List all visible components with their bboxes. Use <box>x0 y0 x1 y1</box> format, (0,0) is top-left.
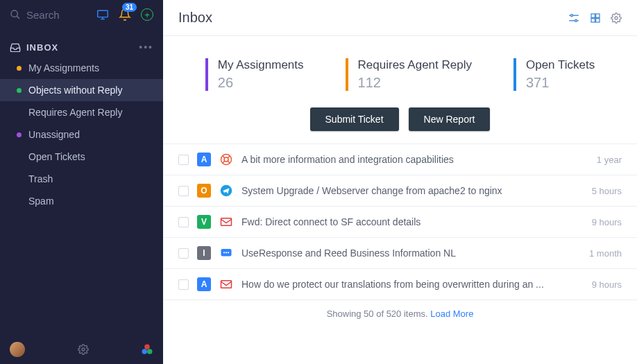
load-more-link[interactable]: Load More <box>430 309 473 319</box>
svg-point-29 <box>228 252 229 253</box>
ticket-time: 9 hours <box>592 217 622 227</box>
section-title: INBOX <box>26 42 58 53</box>
top-icons: 31 + <box>96 8 153 21</box>
notification-bell[interactable]: 31 <box>119 8 131 21</box>
stat-value: 112 <box>358 75 472 91</box>
add-button[interactable]: + <box>141 8 153 21</box>
avatar[interactable] <box>10 342 25 357</box>
svg-point-8 <box>147 349 153 354</box>
ticket-tag: V <box>197 215 211 229</box>
stat-value: 26 <box>218 75 304 91</box>
sidebar-item[interactable]: Spam <box>0 190 163 212</box>
search-icon <box>10 9 21 20</box>
sidebar-item[interactable]: Trash <box>0 168 163 190</box>
sidebar-top: 31 + <box>0 0 163 29</box>
sidebar-item-label: Open Tickets <box>28 151 85 162</box>
svg-rect-16 <box>596 18 600 21</box>
ticket-subject: UseResponse and Reed Business Informatio… <box>241 248 581 259</box>
lifebuoy-icon <box>219 153 233 166</box>
grid-icon[interactable] <box>590 12 601 24</box>
sidebar-item-label: Unassigned <box>28 129 80 140</box>
svg-point-27 <box>223 252 225 253</box>
sidebar: 31 + INBOX ••• My AssignmentsObjects wit… <box>0 0 163 364</box>
ticket-row[interactable]: A How do we protect our translations fro… <box>163 269 637 300</box>
ticket-subject: A bit more information and integration c… <box>241 154 588 165</box>
inbox-icon <box>10 42 21 52</box>
svg-line-20 <box>223 156 225 158</box>
bullet-icon <box>17 155 22 159</box>
svg-line-22 <box>228 156 230 158</box>
svg-point-6 <box>144 345 150 350</box>
sidebar-item[interactable]: Requires Agent Reply <box>0 101 163 123</box>
ticket-row[interactable]: O System Upgrade / Webserver change from… <box>163 175 637 207</box>
stat-label: My Assignments <box>218 58 304 72</box>
ticket-tag: A <box>197 277 211 291</box>
sidebar-item[interactable]: My Assignments <box>0 57 163 79</box>
bullet-icon <box>17 66 22 71</box>
ticket-row[interactable]: V Fwd: Direct connect to SF account deta… <box>163 207 637 238</box>
new-report-button[interactable]: New Report <box>409 107 491 131</box>
stat-card[interactable]: Requires Agent Reply112 <box>346 58 472 91</box>
sliders-icon[interactable] <box>568 12 580 24</box>
svg-rect-2 <box>98 10 108 17</box>
logo-icon <box>141 343 153 356</box>
gear-icon[interactable] <box>78 344 89 355</box>
sidebar-item[interactable]: Objects without Reply <box>0 79 163 101</box>
ticket-time: 9 hours <box>592 279 622 290</box>
sidebar-item-label: Requires Agent Reply <box>28 107 122 118</box>
mail-icon <box>219 277 233 291</box>
bullet-icon <box>17 177 22 182</box>
header-icons <box>568 12 622 24</box>
bullet-icon <box>17 132 22 137</box>
stat-label: Requires Agent Reply <box>358 58 472 72</box>
main-panel: Inbox My Assignments26Requires Agent Rep… <box>163 0 637 364</box>
svg-line-1 <box>17 16 19 19</box>
main-header: Inbox <box>163 0 637 36</box>
checkbox[interactable] <box>178 248 189 259</box>
checkbox[interactable] <box>178 217 189 227</box>
svg-rect-15 <box>591 18 595 21</box>
sidebar-section-header: INBOX ••• <box>0 29 163 57</box>
sidebar-item[interactable]: Open Tickets <box>0 146 163 168</box>
section-menu-icon[interactable]: ••• <box>139 42 153 53</box>
page-title: Inbox <box>178 10 212 26</box>
bullet-icon <box>17 110 22 115</box>
search-wrap[interactable] <box>10 9 91 21</box>
ticket-time: 1 year <box>597 155 622 165</box>
ticket-time: 1 month <box>589 248 622 259</box>
svg-rect-25 <box>221 218 232 226</box>
svg-line-21 <box>228 161 230 163</box>
search-input[interactable] <box>26 9 89 21</box>
ticket-subject: System Upgrade / Webserver change from a… <box>241 185 584 196</box>
stat-card[interactable]: Open Tickets371 <box>513 58 595 91</box>
svg-rect-30 <box>221 281 232 288</box>
svg-point-28 <box>226 252 227 253</box>
submit-ticket-button[interactable]: Submit Ticket <box>310 107 399 131</box>
stat-value: 371 <box>526 75 595 91</box>
action-buttons: Submit Ticket New Report <box>163 103 637 144</box>
svg-rect-13 <box>591 14 595 17</box>
bullet-icon <box>17 88 22 93</box>
bullet-icon <box>17 199 22 204</box>
svg-line-23 <box>223 161 225 163</box>
ticket-tag: O <box>197 184 211 198</box>
gear-icon[interactable] <box>611 12 622 24</box>
sidebar-bottom <box>0 335 163 364</box>
checkbox[interactable] <box>178 155 189 165</box>
svg-point-10 <box>571 14 573 16</box>
footer-text: Showing 50 of 520 items. <box>327 309 431 319</box>
sidebar-item-label: Trash <box>28 173 53 184</box>
monitor-icon[interactable] <box>96 9 109 20</box>
svg-point-0 <box>11 10 17 17</box>
stat-card[interactable]: My Assignments26 <box>205 58 304 91</box>
ticket-list: A A bit more information and integration… <box>163 144 637 300</box>
stats-row: My Assignments26Requires Agent Reply112O… <box>163 36 637 103</box>
ticket-row[interactable]: I UseResponse and Reed Business Informat… <box>163 238 637 269</box>
checkbox[interactable] <box>178 186 189 196</box>
svg-rect-14 <box>596 14 600 17</box>
checkbox[interactable] <box>178 279 189 290</box>
sidebar-item[interactable]: Unassigned <box>0 123 163 146</box>
ticket-row[interactable]: A A bit more information and integration… <box>163 144 637 175</box>
ticket-time: 5 hours <box>592 186 622 196</box>
svg-point-12 <box>575 19 577 21</box>
